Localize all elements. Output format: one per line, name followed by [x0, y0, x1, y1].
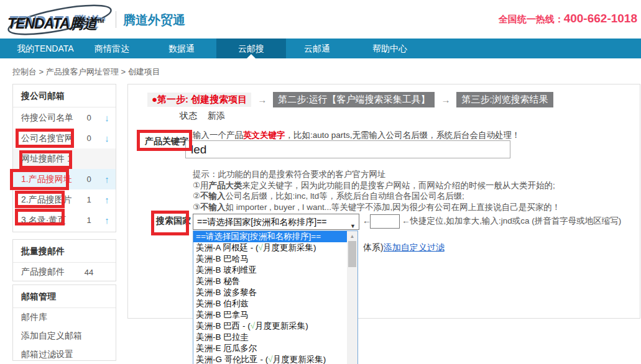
- status-value: 新添: [208, 111, 225, 121]
- sidebar-item[interactable]: 添加自定义邮箱: [13, 327, 116, 345]
- tendata-logo: TENDATA腾道TM: [5, 4, 117, 36]
- check-icon: √: [251, 321, 255, 330]
- add-custom-filter-link[interactable]: 添加自定义过滤: [384, 242, 445, 252]
- dropdown-scrollbar[interactable]: ▲: [347, 231, 357, 364]
- sidebar-item-label: 产品搜邮件: [21, 266, 80, 278]
- nav-tab[interactable]: 云邮通: [282, 39, 352, 58]
- quick-locate-hint: ←快捷定位,如加拿大,输入:jnd或ca (拼音首字母或地区缩写): [402, 216, 621, 227]
- country-option[interactable]: 美洲-B 波多黎各: [193, 287, 347, 298]
- logo-text: TENDATA腾道TM: [7, 14, 103, 34]
- sidebar-item-label: 待搜公司名单: [21, 112, 80, 124]
- country-option[interactable]: 美洲-B 玻利维亚: [193, 265, 347, 276]
- sidebar-item-label: 公司名搜官网: [21, 133, 80, 144]
- country-option[interactable]: 美洲-B 巴拉圭: [193, 332, 347, 343]
- down-arrow-icon: ↓: [98, 112, 116, 123]
- product-keyword-label: 产品关键字: [145, 136, 188, 147]
- tips: 提示：此功能的目的是搜索符合要求的客户官方网址①用产品大类来定义关键字，因为此功…: [193, 169, 560, 212]
- sidebar-item-label: 1.产品搜网址: [21, 174, 80, 185]
- hint-emphasis: 英文关键字: [243, 130, 285, 140]
- dropdown-arrow-icon: ▼: [350, 219, 356, 230]
- header-divider: [116, 11, 116, 28]
- sidebar-item-label: 2.产品搜图片: [21, 194, 80, 206]
- sidebar-item-count: 44: [80, 268, 98, 277]
- sidebar-item-label: 邮件库: [21, 312, 80, 323]
- sidebar-item-label: 3.名录·黄页: [21, 215, 80, 226]
- sidebar-section-mailbox-management: 邮箱管理 邮件库添加自定义邮箱邮箱过滤设置: [12, 284, 116, 361]
- country-option[interactable]: 美洲-E 厄瓜多尔: [193, 343, 347, 354]
- sidebar-rows: 产品搜邮件44: [13, 263, 116, 281]
- trademark-icon: TM: [96, 18, 103, 24]
- search-country-label: 搜索国家: [156, 216, 191, 227]
- filter-partial-text: 体系): [363, 242, 384, 252]
- sidebar-item-label: 添加自定义邮箱: [21, 330, 82, 342]
- hotline-label: 全国统一热线：: [499, 14, 564, 24]
- step-1: ●第一步: 创建搜索项目: [147, 93, 251, 107]
- hint-suffix: ，比如:auto parts,无需输入公司名后缀，系统后台会自动处理！: [285, 130, 520, 140]
- sidebar-item-count: 1: [80, 216, 98, 225]
- tip-line: 提示：此功能的目的是搜索符合要求的客户官方网址: [193, 169, 560, 180]
- steps: ●第一步: 创建搜索项目→第二步:运行【客户端搜索采集工具】→第三步:浏览搜索结…: [147, 92, 553, 107]
- sidebar-rows: 待搜公司名单0↓公司名搜官网0↓网址搜邮件 11.产品搜网址0↑2.产品搜图片1…: [13, 107, 116, 230]
- sidebar-item-count: 0: [80, 134, 98, 143]
- sidebar-item[interactable]: 邮件库: [13, 308, 116, 327]
- country-select[interactable]: ==请选择国家[按洲和名称排序]== ▼: [193, 214, 359, 230]
- step-arrow-icon: →: [441, 94, 450, 105]
- sidebar-item-label: 网址搜邮件 1: [21, 153, 80, 165]
- sidebar-item[interactable]: 1.产品搜网址0↑: [13, 169, 116, 189]
- up-arrow-icon: ↑: [98, 215, 116, 225]
- scrollbar-thumb[interactable]: [348, 241, 356, 267]
- sidebar-item-label: 邮箱过滤设置: [21, 349, 80, 360]
- country-option[interactable]: ==请选择国家[按洲和名称排序]==: [193, 231, 347, 242]
- step-arrow-icon: →: [257, 94, 267, 105]
- up-arrow-icon: ↑: [98, 174, 116, 184]
- product-title: 腾道外贸通: [123, 12, 185, 29]
- breadcrumb[interactable]: 控制台 > 产品搜客户网址管理 > 创建项目: [12, 66, 160, 78]
- hotline-number: 400-662-1018: [564, 12, 637, 25]
- country-dropdown-list: ==请选择国家[按洲和名称排序]==美洲-A 阿根廷 - (√月度更新采集)美洲…: [193, 230, 358, 364]
- product-keyword-hint: 输入一个产品英文关键字，比如:auto parts,无需输入公司名后缀，系统后台…: [193, 130, 520, 141]
- sidebar-item[interactable]: 公司名搜官网0↓: [13, 128, 116, 148]
- sidebar-item-count: 0: [80, 175, 98, 184]
- country-option[interactable]: 美洲-A 阿根廷 - (√月度更新采集): [193, 242, 347, 253]
- sidebar-item[interactable]: 2.产品搜图片1↑: [13, 189, 116, 210]
- country-option[interactable]: 美洲-B 巴拿马: [193, 309, 347, 321]
- step-2: 第二步:运行【客户端搜索采集工具】: [273, 92, 435, 107]
- navbar: 我的TENDATA商情雷达数据通云邮搜云邮通帮助中心: [0, 39, 641, 58]
- page-header: TENDATA腾道TM 腾道外贸通 全国统一热线：400-662-1018: [0, 0, 641, 39]
- sidebar-item[interactable]: 网址搜邮件 1: [13, 148, 116, 169]
- country-option[interactable]: 美洲-B 巴西 - (√月度更新采集): [193, 321, 347, 332]
- sidebar-item[interactable]: 产品搜邮件44: [13, 263, 116, 281]
- step-3: 第三步:浏览搜索结果: [456, 92, 553, 107]
- nav-tab[interactable]: 我的TENDATA: [11, 39, 80, 58]
- sidebar-item-count: 1: [80, 195, 98, 204]
- sidebar-rows: 邮件库添加自定义邮箱邮箱过滤设置: [13, 308, 116, 364]
- nav-tab[interactable]: 帮助中心: [355, 39, 425, 58]
- sidebar-item-count: 0: [80, 113, 98, 122]
- sidebar-section-batch-search-email: 批量搜邮件 产品搜邮件44: [12, 239, 116, 281]
- tip-line: ②不输入公司名后缀，比如:inc, ltd等，系统后台自动组合各国公司名后缀;: [193, 191, 560, 202]
- sidebar-section-title: 搜公司邮箱: [13, 84, 116, 107]
- sidebar-item[interactable]: 邮箱过滤设置: [13, 345, 116, 364]
- status-row: 状态新添: [180, 111, 225, 122]
- country-option[interactable]: 美洲-B 伯利兹: [193, 298, 347, 309]
- sidebar-section-title: 邮箱管理: [13, 285, 116, 308]
- quick-locate-input[interactable]: [370, 214, 400, 229]
- country-option[interactable]: 美洲-B 巴哈马: [193, 253, 347, 265]
- tip-line: ③不输入如 importer , buyer , I want...等关键字不添…: [193, 202, 560, 213]
- product-keyword-input[interactable]: [185, 140, 510, 158]
- sidebar-item[interactable]: 待搜公司名单0↓: [13, 107, 116, 128]
- sidebar-item[interactable]: 3.名录·黄页1↑: [13, 210, 116, 230]
- nav-tab[interactable]: 商情雷达: [77, 39, 147, 58]
- nav-tab[interactable]: 数据通: [147, 39, 216, 58]
- sidebar-section-title: 批量搜邮件: [13, 240, 116, 263]
- filter-line: 体系)添加自定义过滤: [363, 242, 445, 253]
- tip-line: ①用产品大类来定义关键字，因为此功能目的是搜客户网站，而网站介绍的时候一般从大类…: [193, 180, 560, 191]
- down-arrow-icon: ↓: [98, 133, 116, 143]
- country-select-value: ==请选择国家[按洲和名称排序]==: [197, 217, 326, 227]
- country-option-list: ==请选择国家[按洲和名称排序]==美洲-A 阿根廷 - (√月度更新采集)美洲…: [193, 231, 357, 364]
- check-icon: √: [268, 355, 272, 364]
- country-option[interactable]: 美洲-B 秘鲁: [193, 276, 347, 287]
- nav-tab[interactable]: 云邮搜: [216, 39, 286, 58]
- country-option[interactable]: 美洲-G 哥伦比亚 - (√月度更新采集): [193, 354, 347, 364]
- sidebar-section-search-company-email: 搜公司邮箱 待搜公司名单0↓公司名搜官网0↓网址搜邮件 11.产品搜网址0↑2.…: [12, 84, 116, 232]
